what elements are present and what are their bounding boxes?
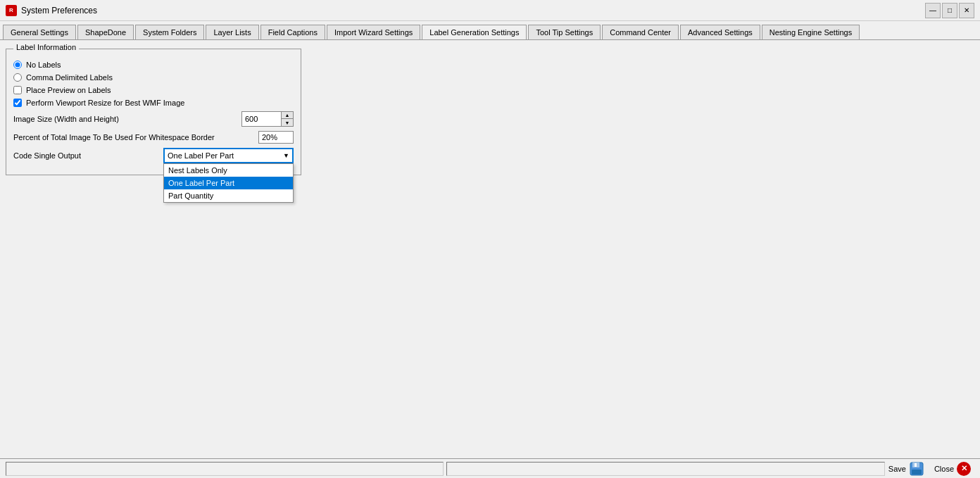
code-single-output-dropdown[interactable]: One Label Per Part ▼ Nest Labels Only On…: [163, 148, 294, 163]
tab-general-settings[interactable]: General Settings: [3, 25, 76, 40]
image-size-label: Image Size (Width and Height): [13, 115, 236, 123]
save-icon: [909, 461, 924, 477]
place-preview-checkbox[interactable]: [13, 86, 22, 94]
spinner-buttons: ▲ ▼: [281, 112, 293, 126]
tabs-container: General Settings ShapeDone System Folder…: [0, 21, 980, 40]
status-bar-actions: Save Close ✕: [885, 459, 974, 479]
place-preview-row: Place Preview on Labels: [13, 86, 294, 94]
save-button[interactable]: Save: [885, 459, 928, 479]
main-content: Label Information No Labels Comma Delimi…: [0, 40, 980, 458]
perform-viewport-row: Perform Viewport Resize for Best WMF Ima…: [13, 99, 294, 107]
comma-delimited-label: Comma Delimited Labels: [26, 73, 113, 82]
tab-tool-tip[interactable]: Tool Tip Settings: [528, 25, 601, 40]
tab-field-captions[interactable]: Field Captions: [260, 25, 325, 40]
spinner-up-button[interactable]: ▲: [282, 112, 293, 119]
dropdown-item-nest-labels[interactable]: Nest Labels Only: [164, 164, 293, 177]
tab-shapedone[interactable]: ShapeDone: [77, 25, 134, 40]
svg-rect-3: [912, 470, 922, 474]
dropdown-arrow-icon: ▼: [283, 152, 289, 159]
close-button[interactable]: Close ✕: [931, 460, 974, 478]
image-size-input[interactable]: [242, 112, 281, 126]
dropdown-selected-display[interactable]: One Label Per Part ▼: [163, 148, 294, 163]
close-x-icon: ✕: [957, 462, 971, 476]
no-labels-row: No Labels: [13, 61, 294, 69]
maximize-button[interactable]: □: [942, 3, 957, 18]
no-labels-radio[interactable]: [13, 61, 22, 69]
percent-whitespace-label: Percent of Total Image To Be Used For Wh…: [13, 133, 253, 141]
code-single-output-row: Code Single Output One Label Per Part ▼ …: [13, 148, 294, 163]
dropdown-item-part-quantity[interactable]: Part Quantity: [164, 189, 293, 202]
dropdown-item-one-label[interactable]: One Label Per Part: [164, 177, 293, 189]
title-bar: R System Preferences — □ ✕: [0, 0, 980, 21]
status-panel-left: [6, 462, 444, 476]
spinner-down-button[interactable]: ▼: [282, 119, 293, 126]
perform-viewport-checkbox[interactable]: [13, 99, 22, 107]
close-label: Close: [934, 465, 954, 473]
percent-whitespace-input[interactable]: [258, 131, 294, 144]
no-labels-label: No Labels: [26, 61, 61, 69]
save-label: Save: [888, 465, 906, 473]
tab-layer-lists[interactable]: Layer Lists: [206, 25, 258, 40]
tab-advanced-settings[interactable]: Advanced Settings: [680, 25, 760, 40]
comma-delimited-row: Comma Delimited Labels: [13, 73, 294, 82]
dropdown-selected-text: One Label Per Part: [168, 151, 234, 160]
perform-viewport-label: Perform Viewport Resize for Best WMF Ima…: [26, 99, 184, 107]
app-icon: R: [6, 5, 17, 16]
image-size-row: Image Size (Width and Height) ▲ ▼: [13, 111, 294, 127]
group-label: Label Information: [13, 43, 79, 51]
tab-label-generation[interactable]: Label Generation Settings: [422, 25, 527, 40]
title-bar-left: R System Preferences: [6, 5, 97, 16]
tab-command-center[interactable]: Command Center: [602, 25, 679, 40]
title-bar-controls: — □ ✕: [925, 3, 974, 18]
place-preview-label: Place Preview on Labels: [26, 86, 111, 94]
status-panels: [6, 462, 885, 476]
tab-system-folders[interactable]: System Folders: [135, 25, 204, 40]
label-information-group: Label Information No Labels Comma Delimi…: [6, 49, 301, 175]
percent-whitespace-row: Percent of Total Image To Be Used For Wh…: [13, 131, 294, 144]
window-close-button[interactable]: ✕: [959, 3, 974, 18]
dropdown-list: Nest Labels Only One Label Per Part Part…: [163, 163, 294, 203]
status-bar: Save Close ✕: [0, 458, 980, 478]
tab-nesting-engine[interactable]: Nesting Engine Settings: [762, 25, 860, 40]
code-single-output-label: Code Single Output: [13, 151, 158, 160]
window-title: System Preferences: [21, 6, 97, 15]
status-panel-right: [446, 462, 884, 476]
image-size-spinner[interactable]: ▲ ▼: [241, 111, 294, 127]
svg-rect-2: [915, 463, 917, 467]
minimize-button[interactable]: —: [925, 3, 941, 18]
comma-delimited-radio[interactable]: [13, 73, 22, 82]
tab-import-wizard[interactable]: Import Wizard Settings: [327, 25, 420, 40]
